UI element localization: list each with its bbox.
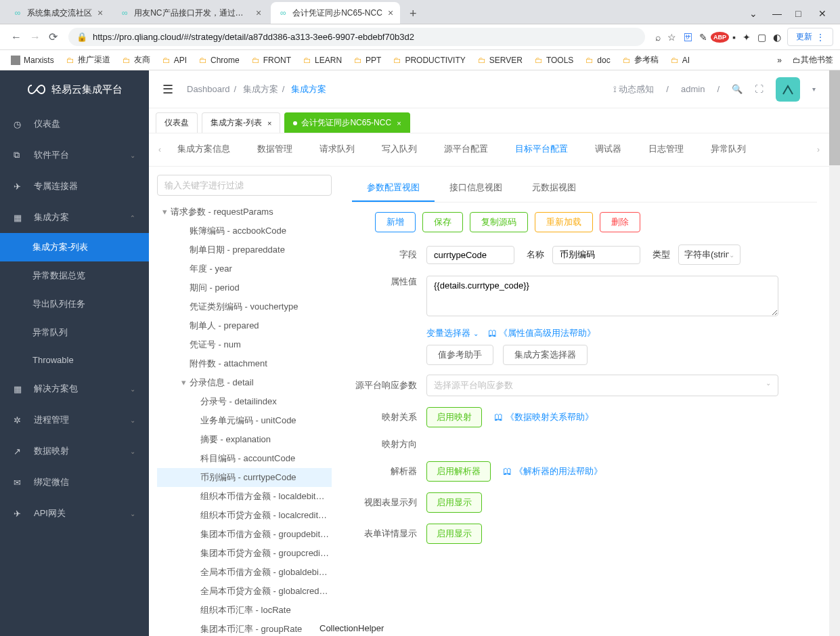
- view-tab-param[interactable]: 参数配置视图: [352, 175, 435, 202]
- chevron-left-icon[interactable]: ‹: [156, 145, 164, 154]
- bookmark-overflow[interactable]: »: [777, 56, 782, 65]
- bookmark-item[interactable]: 🗀LEARN: [299, 54, 346, 67]
- close-window-icon[interactable]: ✕: [818, 9, 826, 18]
- tree-node[interactable]: 年度 - year: [157, 259, 332, 278]
- sidebar-subitem[interactable]: 集成方案-列表: [0, 233, 149, 261]
- avatar[interactable]: [776, 77, 800, 102]
- tree-node[interactable]: 制单日期 - prepareddate: [157, 240, 332, 259]
- sidebar-subitem[interactable]: 异常数据总览: [0, 261, 149, 290]
- parser-help-link[interactable]: 🕮 《解析器的用法帮助》: [503, 465, 602, 478]
- section-tab[interactable]: 调试器: [581, 133, 635, 166]
- logo[interactable]: 轻易云集成平台: [0, 70, 149, 108]
- bookmark-item[interactable]: 🗀doc: [581, 54, 614, 67]
- user-name[interactable]: admin: [681, 84, 705, 94]
- breadcrumb-item[interactable]: Dashboard: [187, 84, 230, 94]
- enable-map-button[interactable]: 启用映射: [426, 407, 482, 427]
- tree-node[interactable]: 集团本币汇率 - groupRate: [157, 620, 332, 636]
- sidebar-subitem[interactable]: 异常队列: [0, 318, 149, 347]
- bookmark-item[interactable]: 🗀PRODUCTIVITY: [389, 54, 469, 67]
- val-ref-button[interactable]: 值参考助手: [426, 345, 493, 365]
- page-tab-dashboard[interactable]: 仪表盘: [156, 112, 198, 133]
- add-button[interactable]: 新增: [375, 212, 416, 232]
- attr-help-link[interactable]: 🕮 《属性值高级用法帮助》: [488, 327, 596, 339]
- sidebar-subitem[interactable]: Throwable: [0, 347, 149, 373]
- enable-viewcol-button[interactable]: 启用显示: [426, 492, 482, 513]
- bookmark-item[interactable]: 🗀Chrome: [195, 54, 244, 67]
- tree-node[interactable]: ▾分录信息 - detail: [157, 373, 332, 392]
- tree-node[interactable]: 分录号 - detailindex: [157, 392, 332, 411]
- translate-icon[interactable]: 🈂: [680, 30, 696, 44]
- chevron-down-icon[interactable]: ⌄: [749, 9, 757, 18]
- bookmark-item[interactable]: 🗀API: [158, 54, 191, 67]
- sidebar-item[interactable]: ✈专属连接器: [0, 171, 149, 202]
- tree-node[interactable]: 摘要 - explanation: [157, 430, 332, 449]
- search-icon[interactable]: 🔍: [732, 84, 743, 94]
- panel-icon[interactable]: ▢: [754, 30, 770, 44]
- close-icon[interactable]: ×: [267, 119, 271, 127]
- tree-node[interactable]: 集团本币借方金额 - groupdebitamount: [157, 525, 332, 544]
- profile-icon[interactable]: ◐: [770, 30, 784, 44]
- reload-button[interactable]: ⟳: [45, 28, 62, 46]
- page-tab-list[interactable]: 集成方案-列表×: [202, 112, 280, 133]
- browser-tab-0[interactable]: ∞ 系统集成交流社区 ×: [5, 2, 110, 24]
- tree-node[interactable]: 集团本币贷方金额 - groupcreditamount: [157, 544, 332, 563]
- browser-tab-2[interactable]: ∞ 会计凭证同步NC65-NCC ×: [271, 2, 400, 24]
- bookmark-item[interactable]: 🗀PPT: [350, 54, 385, 67]
- sidebar-item[interactable]: ⧉软件平台⌄: [0, 140, 149, 171]
- view-tab-meta[interactable]: 元数据视图: [517, 175, 591, 202]
- key-icon[interactable]: ⌕: [652, 30, 664, 44]
- src-resp-select[interactable]: 选择源平台响应参数⌄: [426, 375, 778, 396]
- field-input[interactable]: [426, 246, 514, 264]
- sidebar-item[interactable]: ▦集成方案⌄: [0, 202, 149, 233]
- menu-toggle-icon[interactable]: ☰: [162, 82, 173, 97]
- section-tab[interactable]: 异常队列: [697, 133, 759, 166]
- enable-parser-button[interactable]: 启用解析器: [426, 461, 491, 482]
- tree-node[interactable]: 账簿编码 - accbookCode: [157, 221, 332, 240]
- plan-selector-button[interactable]: 集成方案选择器: [503, 345, 588, 365]
- sidebar-subitem[interactable]: 导出队列任务: [0, 290, 149, 318]
- delete-button[interactable]: 删除: [600, 212, 640, 232]
- copy-src-button[interactable]: 复制源码: [470, 212, 528, 232]
- tree-search-input[interactable]: [157, 175, 332, 196]
- view-tab-api[interactable]: 接口信息视图: [435, 175, 517, 202]
- section-tab[interactable]: 日志管理: [635, 133, 697, 166]
- name-input[interactable]: [552, 246, 640, 264]
- new-tab-button[interactable]: +: [403, 4, 424, 24]
- tree-node[interactable]: ▾请求参数 - requestParams: [157, 203, 332, 221]
- close-icon[interactable]: ×: [388, 7, 393, 18]
- puzzle-icon[interactable]: ✦: [739, 30, 754, 44]
- brush-icon[interactable]: ✎: [696, 30, 711, 44]
- tree-node[interactable]: 制单人 - prepared: [157, 316, 332, 335]
- map-help-link[interactable]: 🕮 《数据映射关系帮助》: [494, 411, 594, 423]
- fullscreen-icon[interactable]: ⛶: [755, 84, 764, 94]
- browser-tab-1[interactable]: ∞ 用友NC产品接口开发，通过轻易 ×: [112, 2, 268, 24]
- chevron-down-icon[interactable]: ▾: [812, 85, 816, 93]
- reload-button[interactable]: 重新加载: [535, 212, 593, 232]
- tree-node[interactable]: 凭证号 - num: [157, 335, 332, 354]
- sidebar-item[interactable]: ◷仪表盘: [0, 108, 149, 140]
- sidebar-item[interactable]: ✈API网关⌄: [0, 498, 149, 529]
- bookmark-item[interactable]: 🗀TOOLS: [531, 54, 577, 67]
- bookmark-item[interactable]: 🗀友商: [118, 52, 154, 68]
- address-bar[interactable]: 🔒 https://pro.qliang.cloud/#/strategy/de…: [68, 28, 645, 46]
- enable-formdetail-button[interactable]: 启用显示: [426, 524, 482, 544]
- section-tab[interactable]: 集成方案信息: [164, 133, 244, 166]
- tree-node[interactable]: 业务单元编码 - unitCode: [157, 411, 332, 430]
- sidebar-item[interactable]: ▦解决方案包⌄: [0, 373, 149, 404]
- abp-icon[interactable]: ABP: [711, 32, 729, 43]
- tree-node[interactable]: 全局本币借方金额 - globaldebitamount: [157, 563, 332, 582]
- sidebar-item[interactable]: ✉绑定微信: [0, 467, 149, 498]
- tree-node[interactable]: 组织本币贷方金额 - localcreditamount: [157, 506, 332, 525]
- maximize-icon[interactable]: □: [795, 9, 803, 18]
- tree-node[interactable]: 期间 - period: [157, 278, 332, 297]
- tree-node[interactable]: 币别编码 - currtypeCode: [157, 468, 332, 487]
- tree-node[interactable]: 组织本币汇率 - locRate: [157, 601, 332, 620]
- close-icon[interactable]: ×: [397, 119, 401, 127]
- ext-icon[interactable]: ▪: [729, 30, 739, 44]
- section-tab[interactable]: 数据管理: [244, 133, 306, 166]
- tree-node[interactable]: 科目编码 - accountCode: [157, 449, 332, 468]
- dynamic-sense[interactable]: ⟟ 动态感知: [613, 83, 655, 96]
- minimize-icon[interactable]: —: [772, 9, 780, 18]
- sidebar-item[interactable]: ✲进程管理⌄: [0, 404, 149, 436]
- close-icon[interactable]: ×: [97, 7, 103, 18]
